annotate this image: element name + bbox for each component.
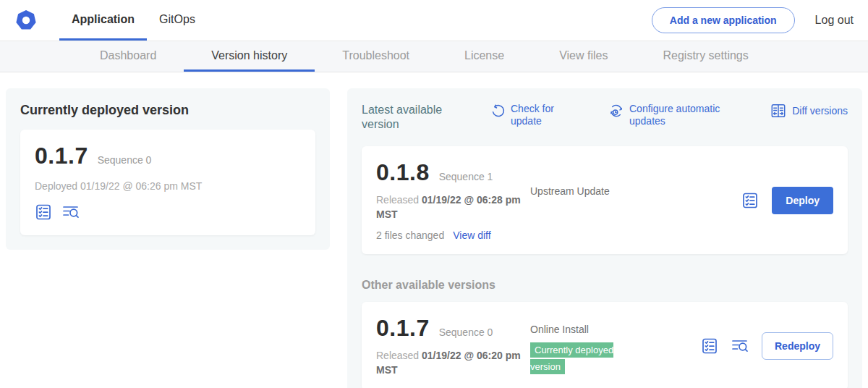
subnav-item-troubleshoot[interactable]: Troubleshoot <box>315 41 437 72</box>
subnav-item-view-files[interactable]: View files <box>532 41 635 72</box>
deploy-button[interactable]: Deploy <box>772 187 833 214</box>
latest-actions: Deploy <box>741 159 833 241</box>
other-source-label: Online Install <box>530 324 589 335</box>
primary-tabs: Application GitOps <box>59 0 208 41</box>
other-actions: Redeploy <box>701 315 833 377</box>
view-logs-icon[interactable] <box>731 337 749 355</box>
deployed-version-card: 0.1.7 Sequence 0 Deployed 01/19/22 @ 06:… <box>20 130 315 235</box>
released-label: Released <box>376 350 419 361</box>
latest-available-title: Latest available version <box>362 103 463 132</box>
top-bar: Application GitOps Add a new application… <box>0 0 868 41</box>
preflight-checks-icon[interactable] <box>741 192 759 209</box>
deployed-badge-wrap: Currently deployed version <box>530 342 642 375</box>
released-label: Released <box>376 194 419 206</box>
subnav-label-dashboard: Dashboard <box>100 49 156 62</box>
other-version-number: 0.1.7 <box>376 315 430 342</box>
other-version-info: 0.1.7 Sequence 0 Released 01/19/22 @ 06:… <box>376 315 524 377</box>
diff-versions-icon <box>770 103 786 119</box>
view-logs-icon[interactable] <box>62 203 80 221</box>
deployed-sequence-label: Sequence 0 <box>98 154 152 166</box>
latest-released-line: Released 01/19/22 @ 06:28 pm MST <box>376 193 524 222</box>
preflight-checks-icon[interactable] <box>35 203 52 221</box>
topbar-right: Add a new application Log out <box>652 0 854 41</box>
currently-deployed-panel: Currently deployed version 0.1.7 Sequenc… <box>6 88 330 250</box>
subnav-label-registry-settings: Registry settings <box>663 49 748 62</box>
available-updates-panel: Latest available version Check for updat… <box>347 88 862 388</box>
available-updates-header: Latest available version Check for updat… <box>362 103 848 132</box>
other-versions-heading: Other available versions <box>362 279 848 292</box>
refresh-icon <box>490 104 505 118</box>
subnav-item-version-history[interactable]: Version history <box>184 41 315 72</box>
diff-versions-link[interactable]: Diff versions <box>770 103 848 119</box>
subnav-item-registry-settings[interactable]: Registry settings <box>635 41 775 72</box>
view-diff-link[interactable]: View diff <box>453 229 490 241</box>
latest-files-row: 2 files changed View diff <box>376 229 524 241</box>
latest-sequence-label: Sequence 1 <box>439 171 493 182</box>
deployed-timestamp: Deployed 01/19/22 @ 06:26 pm MST <box>35 180 301 192</box>
latest-source-column: Upstream Update <box>530 159 660 241</box>
latest-version-number: 0.1.8 <box>376 159 430 186</box>
other-version-row: 0.1.7 Sequence 0 <box>376 315 524 342</box>
schedule-update-icon <box>609 104 624 118</box>
other-source-column: Online Install Currently deployed versio… <box>530 315 660 377</box>
latest-version-row: 0.1.8 Sequence 1 <box>376 159 524 186</box>
currently-deployed-badge: Currently deployed version <box>530 342 613 374</box>
subnav-label-version-history: Version history <box>211 49 287 62</box>
deployed-version-number: 0.1.7 <box>35 143 88 169</box>
subnav-item-dashboard[interactable]: Dashboard <box>72 41 184 72</box>
tab-gitops-label: GitOps <box>159 13 195 26</box>
currently-deployed-title: Currently deployed version <box>20 103 315 118</box>
latest-version-card: 0.1.8 Sequence 1 Released 01/19/22 @ 06:… <box>362 146 848 254</box>
latest-version-info: 0.1.8 Sequence 1 Released 01/19/22 @ 06:… <box>376 159 524 241</box>
redeploy-button[interactable]: Redeploy <box>762 332 833 360</box>
app-subnav: Dashboard Version history Troubleshoot L… <box>0 41 868 72</box>
other-version-card: 0.1.7 Sequence 0 Released 01/19/22 @ 06:… <box>362 302 848 388</box>
check-for-update-link[interactable]: Check for update <box>490 103 567 127</box>
latest-source-label: Upstream Update <box>530 185 610 197</box>
subnav-label-view-files: View files <box>559 49 608 62</box>
subnav-item-license[interactable]: License <box>437 41 532 72</box>
app-logo[interactable] <box>14 0 38 41</box>
version-history-page: Currently deployed version 0.1.7 Sequenc… <box>0 72 868 388</box>
add-application-button[interactable]: Add a new application <box>652 7 795 33</box>
other-released-line: Released 01/19/22 @ 06:20 pm MST <box>376 349 524 377</box>
deployed-version-row: 0.1.7 Sequence 0 <box>35 143 301 169</box>
deployed-actions <box>35 203 301 221</box>
logout-link[interactable]: Log out <box>815 14 854 27</box>
tab-gitops[interactable]: GitOps <box>147 0 208 41</box>
other-sequence-label: Sequence 0 <box>439 326 493 338</box>
preflight-checks-icon[interactable] <box>701 337 718 355</box>
subnav-label-troubleshoot: Troubleshoot <box>342 49 409 62</box>
subnav-label-license: License <box>464 49 504 62</box>
files-changed-label: 2 files changed <box>376 229 444 241</box>
configure-updates-link[interactable]: Configure automatic updates <box>609 103 738 127</box>
kots-logo-icon <box>14 9 38 32</box>
configure-updates-label: Configure automatic updates <box>629 103 738 127</box>
check-for-update-label: Check for update <box>511 103 567 127</box>
tab-application-label: Application <box>72 13 135 26</box>
tab-application[interactable]: Application <box>59 0 147 41</box>
diff-versions-label: Diff versions <box>792 105 848 117</box>
